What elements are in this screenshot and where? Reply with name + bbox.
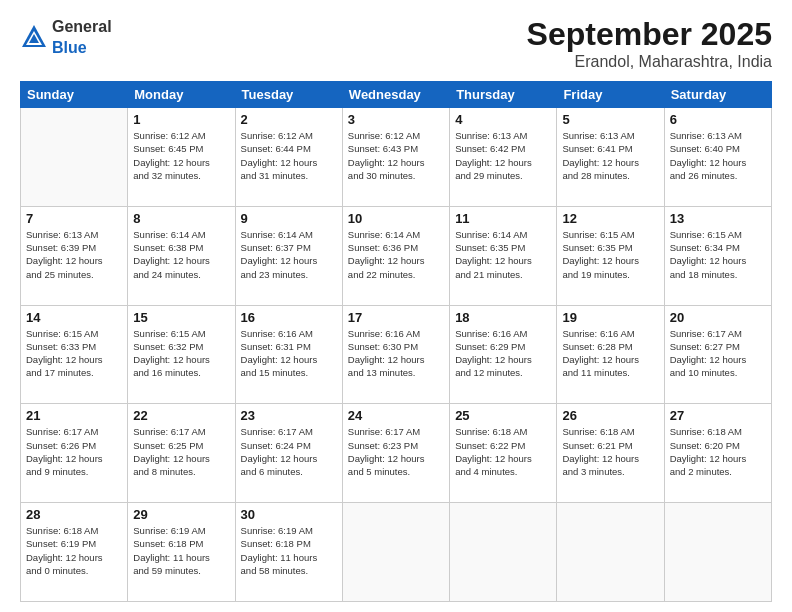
table-row: 22Sunrise: 6:17 AM Sunset: 6:25 PM Dayli…: [128, 404, 235, 503]
col-sunday: Sunday: [21, 82, 128, 108]
col-monday: Monday: [128, 82, 235, 108]
calendar-body: 1Sunrise: 6:12 AM Sunset: 6:45 PM Daylig…: [21, 108, 772, 602]
table-row: 10Sunrise: 6:14 AM Sunset: 6:36 PM Dayli…: [342, 206, 449, 305]
table-row: 23Sunrise: 6:17 AM Sunset: 6:24 PM Dayli…: [235, 404, 342, 503]
day-info: Sunrise: 6:15 AM Sunset: 6:32 PM Dayligh…: [133, 327, 229, 380]
day-number: 10: [348, 211, 444, 226]
table-row: 24Sunrise: 6:17 AM Sunset: 6:23 PM Dayli…: [342, 404, 449, 503]
day-number: 13: [670, 211, 766, 226]
day-info: Sunrise: 6:16 AM Sunset: 6:31 PM Dayligh…: [241, 327, 337, 380]
table-row: 26Sunrise: 6:18 AM Sunset: 6:21 PM Dayli…: [557, 404, 664, 503]
table-row: [664, 503, 771, 602]
table-row: 17Sunrise: 6:16 AM Sunset: 6:30 PM Dayli…: [342, 305, 449, 404]
day-number: 15: [133, 310, 229, 325]
day-number: 30: [241, 507, 337, 522]
table-row: 9Sunrise: 6:14 AM Sunset: 6:37 PM Daylig…: [235, 206, 342, 305]
day-info: Sunrise: 6:16 AM Sunset: 6:29 PM Dayligh…: [455, 327, 551, 380]
calendar-week-1: 1Sunrise: 6:12 AM Sunset: 6:45 PM Daylig…: [21, 108, 772, 207]
day-number: 21: [26, 408, 122, 423]
col-wednesday: Wednesday: [342, 82, 449, 108]
calendar-subtitle: Erandol, Maharashtra, India: [527, 53, 772, 71]
table-row: [450, 503, 557, 602]
day-number: 3: [348, 112, 444, 127]
day-number: 9: [241, 211, 337, 226]
col-tuesday: Tuesday: [235, 82, 342, 108]
calendar-week-4: 21Sunrise: 6:17 AM Sunset: 6:26 PM Dayli…: [21, 404, 772, 503]
day-info: Sunrise: 6:17 AM Sunset: 6:27 PM Dayligh…: [670, 327, 766, 380]
day-number: 6: [670, 112, 766, 127]
table-row: 12Sunrise: 6:15 AM Sunset: 6:35 PM Dayli…: [557, 206, 664, 305]
day-number: 20: [670, 310, 766, 325]
table-row: 6Sunrise: 6:13 AM Sunset: 6:40 PM Daylig…: [664, 108, 771, 207]
table-row: 4Sunrise: 6:13 AM Sunset: 6:42 PM Daylig…: [450, 108, 557, 207]
calendar-title: September 2025: [527, 16, 772, 53]
table-row: [557, 503, 664, 602]
day-info: Sunrise: 6:17 AM Sunset: 6:26 PM Dayligh…: [26, 425, 122, 478]
table-row: 5Sunrise: 6:13 AM Sunset: 6:41 PM Daylig…: [557, 108, 664, 207]
day-number: 29: [133, 507, 229, 522]
table-row: [21, 108, 128, 207]
day-number: 23: [241, 408, 337, 423]
table-row: 19Sunrise: 6:16 AM Sunset: 6:28 PM Dayli…: [557, 305, 664, 404]
table-row: 16Sunrise: 6:16 AM Sunset: 6:31 PM Dayli…: [235, 305, 342, 404]
day-info: Sunrise: 6:12 AM Sunset: 6:45 PM Dayligh…: [133, 129, 229, 182]
table-row: 18Sunrise: 6:16 AM Sunset: 6:29 PM Dayli…: [450, 305, 557, 404]
col-thursday: Thursday: [450, 82, 557, 108]
day-number: 12: [562, 211, 658, 226]
table-row: 20Sunrise: 6:17 AM Sunset: 6:27 PM Dayli…: [664, 305, 771, 404]
logo-icon: [20, 23, 48, 51]
day-number: 28: [26, 507, 122, 522]
day-info: Sunrise: 6:14 AM Sunset: 6:35 PM Dayligh…: [455, 228, 551, 281]
day-number: 8: [133, 211, 229, 226]
day-info: Sunrise: 6:17 AM Sunset: 6:23 PM Dayligh…: [348, 425, 444, 478]
logo: General Blue: [20, 16, 112, 58]
calendar-header-row: Sunday Monday Tuesday Wednesday Thursday…: [21, 82, 772, 108]
day-number: 25: [455, 408, 551, 423]
table-row: 15Sunrise: 6:15 AM Sunset: 6:32 PM Dayli…: [128, 305, 235, 404]
day-info: Sunrise: 6:19 AM Sunset: 6:18 PM Dayligh…: [133, 524, 229, 577]
day-number: 24: [348, 408, 444, 423]
day-number: 22: [133, 408, 229, 423]
day-number: 27: [670, 408, 766, 423]
day-info: Sunrise: 6:16 AM Sunset: 6:28 PM Dayligh…: [562, 327, 658, 380]
day-info: Sunrise: 6:18 AM Sunset: 6:21 PM Dayligh…: [562, 425, 658, 478]
day-info: Sunrise: 6:14 AM Sunset: 6:38 PM Dayligh…: [133, 228, 229, 281]
day-number: 18: [455, 310, 551, 325]
day-info: Sunrise: 6:13 AM Sunset: 6:40 PM Dayligh…: [670, 129, 766, 182]
day-number: 5: [562, 112, 658, 127]
table-row: 8Sunrise: 6:14 AM Sunset: 6:38 PM Daylig…: [128, 206, 235, 305]
title-block: September 2025 Erandol, Maharashtra, Ind…: [527, 16, 772, 71]
table-row: 3Sunrise: 6:12 AM Sunset: 6:43 PM Daylig…: [342, 108, 449, 207]
day-info: Sunrise: 6:18 AM Sunset: 6:22 PM Dayligh…: [455, 425, 551, 478]
day-info: Sunrise: 6:15 AM Sunset: 6:35 PM Dayligh…: [562, 228, 658, 281]
day-info: Sunrise: 6:18 AM Sunset: 6:20 PM Dayligh…: [670, 425, 766, 478]
day-info: Sunrise: 6:16 AM Sunset: 6:30 PM Dayligh…: [348, 327, 444, 380]
day-number: 26: [562, 408, 658, 423]
table-row: 1Sunrise: 6:12 AM Sunset: 6:45 PM Daylig…: [128, 108, 235, 207]
day-info: Sunrise: 6:13 AM Sunset: 6:42 PM Dayligh…: [455, 129, 551, 182]
table-row: 28Sunrise: 6:18 AM Sunset: 6:19 PM Dayli…: [21, 503, 128, 602]
table-row: 11Sunrise: 6:14 AM Sunset: 6:35 PM Dayli…: [450, 206, 557, 305]
table-row: 13Sunrise: 6:15 AM Sunset: 6:34 PM Dayli…: [664, 206, 771, 305]
table-row: 30Sunrise: 6:19 AM Sunset: 6:18 PM Dayli…: [235, 503, 342, 602]
col-friday: Friday: [557, 82, 664, 108]
day-number: 11: [455, 211, 551, 226]
table-row: 2Sunrise: 6:12 AM Sunset: 6:44 PM Daylig…: [235, 108, 342, 207]
day-info: Sunrise: 6:15 AM Sunset: 6:34 PM Dayligh…: [670, 228, 766, 281]
day-info: Sunrise: 6:12 AM Sunset: 6:43 PM Dayligh…: [348, 129, 444, 182]
day-number: 7: [26, 211, 122, 226]
day-info: Sunrise: 6:12 AM Sunset: 6:44 PM Dayligh…: [241, 129, 337, 182]
day-number: 2: [241, 112, 337, 127]
col-saturday: Saturday: [664, 82, 771, 108]
table-row: [342, 503, 449, 602]
logo-general-text: General: [52, 18, 112, 35]
day-number: 17: [348, 310, 444, 325]
table-row: 7Sunrise: 6:13 AM Sunset: 6:39 PM Daylig…: [21, 206, 128, 305]
day-info: Sunrise: 6:13 AM Sunset: 6:41 PM Dayligh…: [562, 129, 658, 182]
day-number: 16: [241, 310, 337, 325]
table-row: 14Sunrise: 6:15 AM Sunset: 6:33 PM Dayli…: [21, 305, 128, 404]
day-info: Sunrise: 6:19 AM Sunset: 6:18 PM Dayligh…: [241, 524, 337, 577]
table-row: 27Sunrise: 6:18 AM Sunset: 6:20 PM Dayli…: [664, 404, 771, 503]
day-info: Sunrise: 6:14 AM Sunset: 6:37 PM Dayligh…: [241, 228, 337, 281]
day-number: 4: [455, 112, 551, 127]
